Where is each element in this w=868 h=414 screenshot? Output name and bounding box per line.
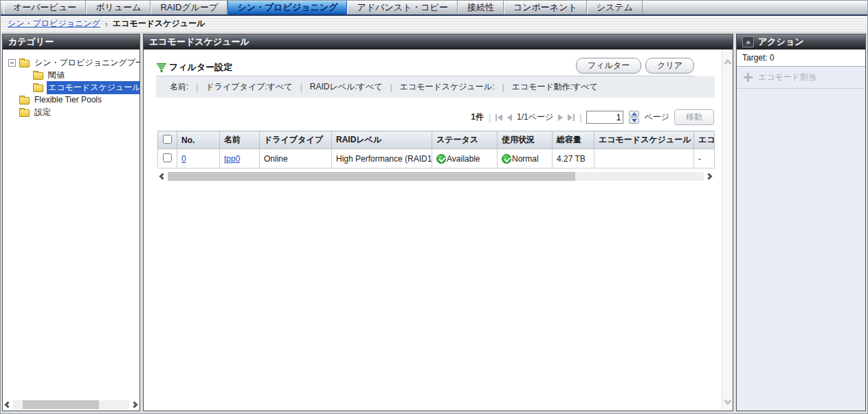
plus-icon <box>744 73 753 82</box>
action-panel-header: » アクション <box>737 34 865 50</box>
folder-icon <box>33 72 43 80</box>
table-header-row: No. 名前 ドライブタイプ RAIDレベル ステータス 使用状況 総容量 エコ… <box>158 131 715 149</box>
main-panel-header: エコモードスケジュール <box>144 34 733 50</box>
page-number-input[interactable] <box>586 111 623 124</box>
tab-raid-group[interactable]: RAIDグループ <box>151 1 227 14</box>
category-panel: カテゴリー シン・プロビジョニングプー 閾値 エコモードスケジュール <box>2 34 140 411</box>
main-panel-title: エコモードスケジュール <box>149 36 249 48</box>
filter-summary-bar: 名前: | ドライブタイプ:すべて | RAIDレベル:すべて | エコモードス… <box>156 76 715 98</box>
select-all-checkbox[interactable] <box>163 135 172 144</box>
record-count: 1件 <box>471 111 484 123</box>
last-page-button[interactable] <box>568 114 575 121</box>
scroll-left-icon[interactable] <box>5 401 12 408</box>
filter-section-header: フィルター設定 フィルター クリア <box>156 58 694 76</box>
row-name-link[interactable]: tpp0 <box>224 154 240 164</box>
cell-usage: Normal <box>498 149 553 168</box>
filter-section-title: フィルター設定 <box>169 61 232 74</box>
status-ok-icon <box>436 154 446 164</box>
app-window: オーバービュー ボリューム RAIDグループ シン・プロビジョニング アドバンス… <box>0 0 868 414</box>
row-checkbox[interactable] <box>163 153 172 162</box>
pool-table: No. 名前 ドライブタイプ RAIDレベル ステータス 使用状況 総容量 エコ… <box>157 131 715 168</box>
spinner-down-icon[interactable] <box>629 118 639 124</box>
cell-eco-action: - <box>694 149 715 168</box>
col-status[interactable]: ステータス <box>432 131 498 149</box>
scroll-up-icon[interactable] <box>724 59 731 67</box>
scrollbar-thumb[interactable] <box>168 172 575 181</box>
pagination-bar: 1件 | 1/1ページ | ページ 移 <box>157 109 714 125</box>
main-vertical-scrollbar[interactable] <box>722 50 733 411</box>
cell-eco-schedule <box>594 149 694 168</box>
folder-icon <box>33 85 43 92</box>
filter-summary-raid-level: RAIDレベル:すべて <box>310 81 383 93</box>
tab-system[interactable]: システム <box>587 1 643 14</box>
cell-drive-type: Online <box>260 149 332 168</box>
action-panel-title: アクション <box>758 36 804 48</box>
target-count: Target: 0 <box>737 50 865 67</box>
tab-advanced-copy[interactable]: アドバンスト・コピー <box>347 1 457 14</box>
breadcrumb-current: エコモードスケジュール <box>113 18 205 30</box>
filter-icon <box>156 63 166 72</box>
main-panel: エコモードスケジュール フィルター設定 フィルター クリア <box>143 34 733 411</box>
filter-button[interactable]: フィルター <box>576 58 641 74</box>
tab-thin-provisioning[interactable]: シン・プロビジョニング <box>227 1 347 14</box>
table-horizontal-scrollbar[interactable] <box>157 170 714 182</box>
action-eco-mode-assign-label: エコモード割当 <box>758 72 816 83</box>
scroll-left-icon[interactable] <box>159 173 166 179</box>
tab-component[interactable]: コンポーネント <box>504 1 587 14</box>
col-usage[interactable]: 使用状況 <box>498 131 553 149</box>
action-panel: » アクション Target: 0 エコモード割当 <box>736 34 866 411</box>
scroll-right-icon[interactable] <box>131 401 138 408</box>
filter-summary-name: 名前: <box>170 81 188 93</box>
go-button[interactable]: 移動 <box>674 109 714 125</box>
usage-ok-icon <box>502 154 511 164</box>
col-capacity[interactable]: 総容量 <box>553 131 594 149</box>
cell-status: Available <box>432 149 498 168</box>
category-tree: シン・プロビジョニングプー 閾値 エコモードスケジュール Flexible Ti… <box>3 50 140 398</box>
page-suffix-label: ページ <box>644 111 669 123</box>
col-no[interactable]: No. <box>177 131 220 149</box>
col-name[interactable]: 名前 <box>220 131 260 149</box>
col-raid-level[interactable]: RAIDレベル <box>332 131 432 149</box>
filter-summary-drive-type: ドライブタイプ:すべて <box>205 81 292 93</box>
sidebar-horizontal-scrollbar[interactable] <box>3 398 140 411</box>
cell-raid-level: High Performance (RAID1+0) <box>332 149 432 168</box>
cell-capacity: 4.27 TB <box>553 149 594 168</box>
breadcrumb: シン・プロビジョニング › エコモードスケジュール <box>1 16 867 32</box>
scroll-down-icon[interactable] <box>724 397 731 404</box>
breadcrumb-parent-link[interactable]: シン・プロビジョニング <box>8 18 100 30</box>
action-eco-mode-assign[interactable]: エコモード割当 <box>737 67 865 89</box>
filter-summary-eco-schedule: エコモードスケジュール: <box>400 81 495 93</box>
folder-icon <box>19 60 30 67</box>
tree-item-thin-provisioning-pool[interactable]: シン・プロビジョニングプー <box>3 56 140 69</box>
col-drive-type[interactable]: ドライブタイプ <box>260 131 332 149</box>
first-page-button[interactable] <box>496 114 502 121</box>
tab-volume[interactable]: ボリューム <box>86 1 151 14</box>
content-area: カテゴリー シン・プロビジョニングプー 閾値 エコモードスケジュール <box>1 32 867 413</box>
filter-summary-eco-action: エコモード動作:すべて <box>512 81 598 93</box>
collapse-expander-icon[interactable] <box>8 59 16 67</box>
tab-connectivity[interactable]: 接続性 <box>458 1 504 14</box>
col-eco-schedule[interactable]: エコモードスケジュール <box>594 131 694 149</box>
scrollbar-thumb[interactable] <box>23 400 100 409</box>
prev-page-button[interactable] <box>507 114 512 121</box>
collapse-panel-button[interactable]: » <box>742 36 754 47</box>
tab-overview[interactable]: オーバービュー <box>3 1 86 14</box>
clear-button[interactable]: クリア <box>645 58 694 74</box>
page-spinner[interactable] <box>629 111 639 124</box>
category-panel-header: カテゴリー <box>3 34 140 50</box>
tree-item-threshold[interactable]: 閾値 <box>3 69 140 81</box>
folder-icon <box>19 97 30 105</box>
row-no-link[interactable]: 0 <box>181 154 186 164</box>
next-page-button[interactable] <box>558 114 563 121</box>
col-eco-action[interactable]: エコモ <box>694 131 715 149</box>
scroll-right-icon[interactable] <box>706 173 713 179</box>
folder-icon <box>19 109 30 117</box>
tree-item-flexible-tier-pools[interactable]: Flexible Tier Pools <box>3 94 140 106</box>
table-row: 0 tpp0 Online High Performance (RAID1+0)… <box>158 149 715 168</box>
tree-item-eco-mode-schedule[interactable]: エコモードスケジュール <box>3 81 140 94</box>
breadcrumb-separator-icon: › <box>105 19 108 29</box>
tree-item-settings[interactable]: 設定 <box>3 106 140 118</box>
main-tab-bar: オーバービュー ボリューム RAIDグループ シン・プロビジョニング アドバンス… <box>1 1 867 16</box>
category-panel-title: カテゴリー <box>8 36 54 48</box>
spinner-up-icon[interactable] <box>629 111 639 117</box>
